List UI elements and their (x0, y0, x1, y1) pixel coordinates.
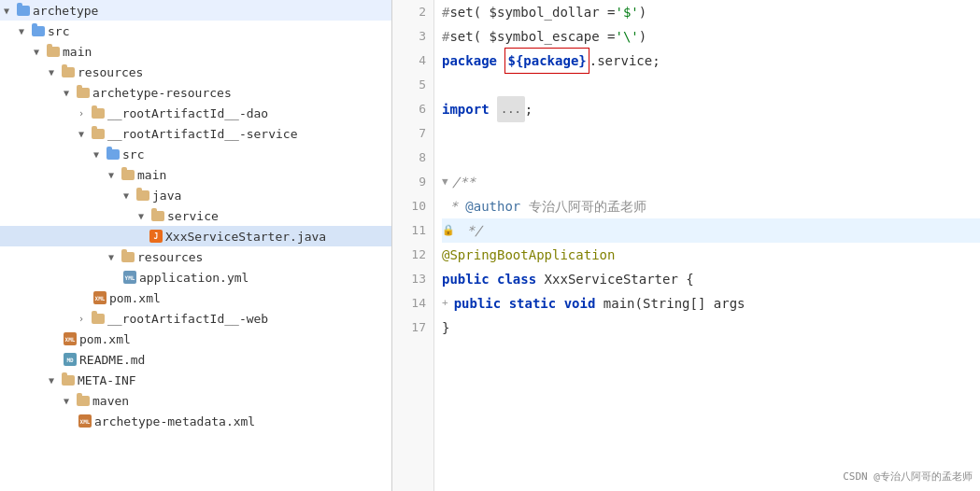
tree-label-maven: maven (92, 394, 129, 408)
tree-item-service-folder[interactable]: ▼ service (0, 205, 391, 226)
tree-label-pom-root: pom.xml (79, 332, 131, 346)
tree-item-src-inner[interactable]: ▼ src (0, 144, 391, 164)
lock-icon-11: 🔒 (442, 218, 455, 243)
tree-label-java: java (152, 189, 181, 203)
folder-icon-archetype-resources (77, 88, 90, 98)
kw-static: static (509, 291, 557, 316)
code-line-2: #set( $symbol_dollar = '$' ) (442, 0, 980, 24)
tree-item-java[interactable]: ▼ java (0, 185, 391, 205)
code-line-11: 🔒 */ (442, 218, 980, 243)
tree-item-main[interactable]: ▼ main (0, 41, 391, 62)
tree-label-service-folder: service (167, 209, 219, 223)
tree-label-service-module: __rootArtifactId__-service (107, 127, 298, 141)
author-tag: @author (465, 194, 520, 218)
comment-open: /** (452, 170, 476, 194)
kw-package: package (442, 49, 497, 73)
kw-void: void (564, 291, 596, 316)
template-var-package: ${package} (504, 48, 589, 74)
set-2: set( $symbol_dollar = (449, 0, 615, 24)
xml-file-icon-metadata: XML (78, 414, 92, 428)
kw-import: import (442, 97, 490, 121)
folder-icon-web (92, 314, 105, 324)
arrow-archetype-resources: ▼ (64, 88, 75, 98)
code-line-8 (442, 146, 980, 170)
tree-label-main: main (63, 45, 92, 59)
tree-item-dao[interactable]: › __rootArtifactId__-dao (0, 103, 391, 123)
tree-label-readme: README.md (79, 353, 145, 367)
file-tree: ▼ archetype ▼ src ▼ main ▼ resources ▼ a… (0, 0, 392, 491)
line-num-11: 11 (392, 218, 426, 243)
folder-icon-src (32, 26, 45, 36)
line-num-3: 3 (392, 24, 426, 49)
folder-icon-service-folder (151, 211, 164, 221)
space-4 (497, 49, 504, 73)
folder-icon-main-inner (121, 170, 135, 180)
folder-icon-src-inner (107, 149, 120, 160)
line-numbers: 2 3 4 5 6 7 8 9 10 11 12 13 14 17 (392, 0, 434, 491)
code-editor: 2 3 4 5 6 7 8 9 10 11 12 13 14 17 #set( … (392, 0, 980, 491)
author-name: 专治八阿哥的孟老师 (520, 194, 646, 218)
tree-item-maven[interactable]: ▼ maven (0, 390, 391, 411)
arrow-maven: ▼ (64, 396, 75, 406)
folder-icon-resources (62, 67, 75, 77)
code-line-9: ▼ /** (442, 170, 980, 194)
tree-label-dao: __rootArtifactId__-dao (107, 106, 268, 120)
arrow-archetype: ▼ (4, 6, 15, 16)
code-line-4: package ${package}.service; (442, 49, 980, 73)
arrow-meta-inf: ▼ (49, 375, 60, 386)
arrow-resources: ▼ (49, 67, 60, 77)
collapse-icon-9: ▼ (442, 170, 448, 194)
md-file-icon: MD (64, 353, 77, 366)
tree-item-meta-inf[interactable]: ▼ META-INF (0, 370, 391, 390)
tree-item-resources[interactable]: ▼ resources (0, 62, 391, 82)
java-file-icon: J (149, 230, 163, 243)
line-num-12: 12 (392, 243, 426, 267)
line-num-7: 7 (392, 121, 426, 146)
tree-label-meta-inf: META-INF (78, 373, 136, 387)
line-num-13: 13 (392, 267, 426, 291)
folder-icon-java (136, 190, 149, 201)
tree-item-service-module[interactable]: ▼ __rootArtifactId__-service (0, 123, 391, 144)
set-3: set( $symbol_escape = (449, 24, 615, 49)
tree-item-main-inner[interactable]: ▼ main (0, 164, 391, 185)
closing-brace: } (442, 316, 449, 340)
tree-label-web: __rootArtifactId__-web (107, 312, 268, 326)
tree-item-xxxservicestarter[interactable]: J XxxServiceStarter.java (0, 226, 391, 246)
tree-item-archetype-resources[interactable]: ▼ archetype-resources (0, 82, 391, 103)
tree-label-xxxservicestarter: XxxServiceStarter.java (165, 230, 326, 244)
str-dollar: '$' (615, 0, 638, 24)
tree-label-archetype: archetype (33, 4, 98, 18)
arrow-main-inner: ▼ (108, 170, 120, 180)
folder-icon-dao (92, 108, 105, 119)
tree-item-resources-inner[interactable]: ▼ resources (0, 246, 391, 267)
space-6 (490, 97, 497, 121)
tree-item-archetype-metadata[interactable]: XML archetype-metadata.xml (0, 411, 391, 431)
arrow-dao: › (78, 108, 90, 119)
tree-item-pom-root[interactable]: XML pom.xml (0, 329, 391, 349)
line-num-17: 17 (392, 316, 426, 340)
line-num-4: 4 (392, 49, 426, 73)
tree-item-src[interactable]: ▼ src (0, 21, 391, 41)
tree-item-web[interactable]: › __rootArtifactId__-web (0, 308, 391, 329)
xml-file-icon-service: XML (93, 291, 107, 304)
line-num-2: 2 (392, 0, 426, 24)
xml-file-icon-root: XML (64, 332, 77, 345)
code-line-17: } (442, 316, 980, 340)
arrow-main: ▼ (34, 47, 45, 57)
arrow-service-module: ▼ (78, 129, 90, 139)
line-num-9: 9 (392, 170, 426, 194)
hash-2: # (442, 0, 449, 24)
arrow-java: ▼ (123, 190, 135, 201)
folder-icon-meta-inf (62, 375, 75, 386)
arrow-service-folder: ▼ (138, 211, 149, 221)
arrow-src: ▼ (19, 26, 30, 36)
tree-item-archetype[interactable]: ▼ archetype (0, 0, 391, 21)
tree-item-pom-service[interactable]: XML pom.xml (0, 288, 391, 308)
tree-item-readme[interactable]: MD README.md (0, 349, 391, 370)
tree-item-application-yml[interactable]: YML application.yml (0, 267, 391, 288)
tree-label-resources-inner: resources (137, 250, 203, 264)
code-lines-container[interactable]: #set( $symbol_dollar = '$' ) #set( $symb… (434, 0, 980, 491)
line-num-10: 10 (392, 194, 426, 218)
tree-label-main-inner: main (137, 168, 166, 182)
tree-label-application-yml: application.yml (139, 271, 249, 285)
